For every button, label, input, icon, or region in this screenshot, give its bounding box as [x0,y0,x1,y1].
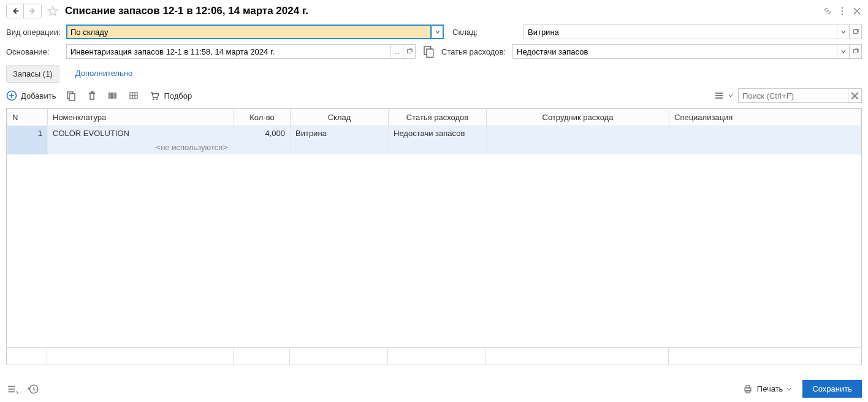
svg-rect-6 [407,50,411,53]
th-expense[interactable]: Статья расходов [389,109,487,126]
svg-point-2 [842,7,843,9]
printer-icon [742,384,753,395]
grid-icon [128,90,139,101]
cell-employee [487,126,669,141]
th-n[interactable]: N [7,109,48,126]
basis-label: Основание: [6,47,61,56]
operation-dropdown-button[interactable] [432,25,444,39]
nav-back-button[interactable] [7,4,24,18]
th-employee[interactable]: Сотрудник расхода [487,109,669,126]
expense-dropdown-button[interactable] [837,44,850,59]
svg-rect-18 [746,385,750,388]
tab-stock[interactable]: Запасы (1) [6,65,59,83]
kebab-menu-icon[interactable] [837,6,847,16]
svg-rect-12 [69,94,75,100]
th-specialization[interactable]: Специализация [669,109,861,126]
svg-rect-5 [853,30,857,34]
svg-point-3 [842,10,843,12]
warehouse-input[interactable] [523,25,837,39]
cell-qty: 4,000 [234,126,291,141]
warehouse-open-button[interactable] [850,25,862,39]
cart-icon [149,90,160,101]
search-clear-button[interactable] [848,88,862,103]
cell-n: 1 [7,126,48,141]
print-label: Печать [757,384,783,393]
svg-point-15 [156,99,158,100]
search-input[interactable] [738,88,848,103]
tab-additional[interactable]: Дополнительно [69,65,139,83]
basis-open-button[interactable] [403,44,416,59]
copy-icon [66,90,77,101]
cell-nomenclature: COLOR EVOLUTION [48,126,234,141]
page-title: Списание запасов 12-1 в 12:06, 14 марта … [65,5,308,17]
cell-subtext: <не используются> [48,140,234,154]
trash-icon [86,90,97,101]
basis-input[interactable] [66,44,391,59]
fill-basis-button[interactable] [422,44,436,59]
th-qty[interactable]: Кол-во [234,109,291,126]
expense-open-button[interactable] [850,44,862,59]
barcode-button[interactable] [107,90,118,101]
basis-more-button[interactable]: ... [391,44,403,59]
select-items-button[interactable]: Подбор [149,90,192,101]
warehouse-label: Склад: [452,28,487,37]
history-button[interactable] [27,383,39,395]
svg-rect-8 [427,49,433,57]
cell-warehouse: Витрина [291,126,389,141]
table-footer [7,347,861,365]
operation-input[interactable] [66,25,432,39]
expense-label: Статья расходов: [441,47,508,56]
bottom-list-button[interactable] [6,383,18,395]
nav-forward-button[interactable] [24,4,41,18]
plus-circle-icon [6,90,17,101]
list-options-button[interactable] [714,90,733,101]
grid-button[interactable] [128,90,139,101]
add-label: Добавить [21,91,56,100]
copy-row-button[interactable] [66,90,77,101]
add-button[interactable]: Добавить [6,90,56,101]
favorite-star-icon[interactable] [47,5,59,17]
print-button[interactable]: Печать [736,380,798,398]
svg-point-4 [842,13,843,15]
table-header-row: N Номенклатура Кол-во Склад Статья расхо… [7,109,861,126]
list-icon [714,90,725,101]
operation-label: Вид операции: [6,28,61,37]
close-icon[interactable] [852,6,862,16]
svg-rect-9 [853,50,857,53]
table-row[interactable]: 1 COLOR EVOLUTION 4,000 Витрина Недостач… [7,126,861,141]
barcode-icon [107,90,118,101]
th-warehouse[interactable]: Склад [291,109,389,126]
table-subrow: <не используются> [7,140,861,154]
save-button[interactable]: Сохранить [802,380,862,398]
delete-row-button[interactable] [86,90,97,101]
warehouse-dropdown-button[interactable] [837,25,850,39]
cell-specialization [669,126,861,141]
select-label: Подбор [164,91,192,100]
link-icon[interactable] [823,6,832,16]
th-nomenclature[interactable]: Номенклатура [48,109,234,126]
expense-input[interactable] [512,44,837,59]
cell-expense: Недостачи запасов [389,126,487,141]
svg-point-14 [153,99,154,100]
